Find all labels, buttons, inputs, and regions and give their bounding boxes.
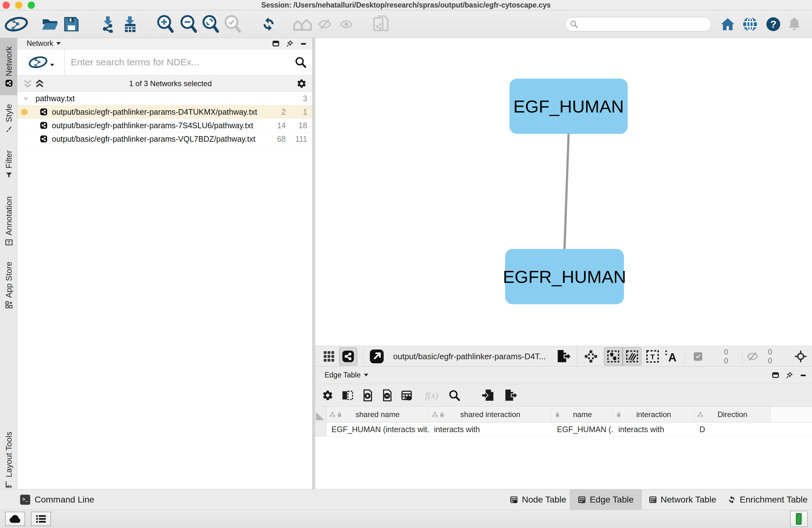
minimize-panel-icon[interactable] xyxy=(300,40,307,47)
select-all-rows-icon[interactable] xyxy=(401,390,412,401)
network-column-icon xyxy=(432,412,438,417)
column-header-shared-name[interactable]: shared name xyxy=(327,407,429,422)
table-search-icon[interactable] xyxy=(448,389,460,401)
ndex-search-input[interactable] xyxy=(64,49,289,75)
node-label: EGF_HUMAN xyxy=(513,96,624,117)
delete-column-icon[interactable] xyxy=(381,389,392,401)
home-button[interactable] xyxy=(720,16,736,33)
zoom-selected-button xyxy=(223,16,242,33)
move-mode-button[interactable] xyxy=(584,346,597,367)
column-header-shared-interaction[interactable]: shared interaction xyxy=(429,407,552,422)
pin-panel-icon[interactable] xyxy=(786,372,793,379)
float-panel-icon[interactable] xyxy=(272,40,279,47)
export-table-file-icon[interactable] xyxy=(504,389,518,402)
ndex-search-button[interactable] xyxy=(289,49,312,75)
notifications-bell-icon[interactable] xyxy=(787,16,802,33)
node-egf-human[interactable]: EGF_HUMAN xyxy=(509,79,628,134)
pin-panel-icon[interactable] xyxy=(286,40,293,47)
zoom-in-button[interactable] xyxy=(156,16,174,33)
lock-icon xyxy=(337,412,342,417)
apply-layout-refresh-button[interactable] xyxy=(261,16,276,33)
network-row-7s4slu6[interactable]: output/basic/egfr-pathlinker-params-7S4S… xyxy=(17,119,312,132)
zoom-window-button[interactable] xyxy=(28,2,35,9)
edge-egf-egfr[interactable] xyxy=(565,134,569,249)
expand-all-icon[interactable] xyxy=(35,79,44,89)
panel-resize-divider[interactable] xyxy=(312,38,315,489)
node-egfr-human[interactable]: EGFR_HUMAN xyxy=(505,249,624,304)
float-panel-icon[interactable] xyxy=(772,372,779,379)
collection-expand-caret[interactable] xyxy=(23,95,29,101)
help-button[interactable]: ? xyxy=(765,16,782,33)
cloud-icon xyxy=(9,514,21,524)
show-columns-icon[interactable] xyxy=(342,390,353,401)
web-globe-button[interactable] xyxy=(742,16,758,33)
task-history-button[interactable] xyxy=(31,512,51,526)
network-view-canvas[interactable]: EGF_HUMAN EGFR_HUMAN xyxy=(315,38,812,346)
tab-node-table[interactable]: Node Table xyxy=(506,489,570,510)
sidebar-tab-network[interactable]: Network xyxy=(0,38,17,95)
sidebar-tab-label: Network xyxy=(4,46,14,76)
network-panel-title: Network xyxy=(27,39,53,48)
select-edges-toggle[interactable] xyxy=(623,347,641,365)
cell-shared-interaction: interacts with xyxy=(429,422,552,437)
selection-indicator-checkbox[interactable] xyxy=(694,346,702,367)
column-header-name[interactable]: name xyxy=(552,407,613,422)
network-row-vql7bdz[interactable]: output/basic/egfr-pathlinker-params-VQL7… xyxy=(17,132,312,146)
network-collection-row[interactable]: pathway.txt 3 xyxy=(17,92,312,105)
panel-menu-caret[interactable] xyxy=(56,42,61,45)
grid-view-button[interactable] xyxy=(323,346,335,367)
network-view-mode-button[interactable] xyxy=(339,347,357,365)
edge-table-column-headers: shared name shared interaction name inte… xyxy=(315,407,812,422)
row-gutter[interactable] xyxy=(315,422,327,437)
minimize-panel-icon[interactable] xyxy=(799,372,807,379)
sidebar-tab-style[interactable]: Style xyxy=(0,100,17,137)
select-nodes-toggle[interactable] xyxy=(604,347,623,365)
collapse-all-icon[interactable] xyxy=(23,79,32,89)
network-options-gear-icon[interactable] xyxy=(296,79,307,89)
tab-edge-table[interactable]: Edge Table xyxy=(570,489,641,510)
export-image-button[interactable] xyxy=(556,346,571,367)
network-panel: Network xyxy=(17,38,312,489)
select-all-corner[interactable] xyxy=(315,407,327,422)
sidebar-tab-filter[interactable]: Filter xyxy=(0,147,17,182)
select-annotations-toggle[interactable]: T xyxy=(646,346,659,367)
table-options-gear-icon[interactable] xyxy=(322,390,333,401)
open-session-button[interactable] xyxy=(41,16,59,33)
command-line-toggle[interactable]: >_ Command Line xyxy=(20,489,95,510)
panel-menu-caret[interactable] xyxy=(364,374,368,377)
save-session-button[interactable] xyxy=(63,16,79,33)
sidebar-tab-layout-tools[interactable]: Layout Tools xyxy=(0,433,17,486)
network-column-icon xyxy=(330,412,335,417)
global-search-box[interactable] xyxy=(565,17,711,31)
memory-status-button[interactable] xyxy=(790,511,808,527)
import-table-file-icon[interactable] xyxy=(481,389,495,402)
zoom-out-button[interactable] xyxy=(179,16,198,33)
zoom-fit-button[interactable] xyxy=(201,16,219,33)
edge-table-row[interactable]: EGF_HUMAN (interacts wit... interacts wi… xyxy=(315,422,812,437)
sidebar-tab-label: Annotation xyxy=(4,196,14,236)
minimize-window-button[interactable] xyxy=(15,2,22,9)
global-search-input[interactable] xyxy=(581,20,707,29)
detach-view-button[interactable] xyxy=(369,346,384,367)
close-window-button[interactable] xyxy=(2,2,10,9)
fit-selection-crosshair-button[interactable] xyxy=(794,346,807,367)
import-table-button[interactable] xyxy=(121,16,139,33)
tab-enrichment-table[interactable]: Enrichment Table xyxy=(723,489,812,510)
current-network-dot xyxy=(21,109,28,115)
node-count: 68 xyxy=(264,135,286,144)
column-header-direction[interactable]: Direction xyxy=(694,407,771,422)
cloud-status-button[interactable] xyxy=(5,512,25,526)
sidebar-tab-annotation[interactable]: T Annotation xyxy=(0,192,17,251)
network-name: output/basic/egfr-pathlinker-params-7S4S… xyxy=(52,121,264,130)
ndex-source-selector[interactable] xyxy=(17,49,64,75)
tab-network-table[interactable]: Network Table xyxy=(641,489,723,510)
column-header-interaction[interactable]: interaction xyxy=(613,407,694,422)
network-row-d4tukmx[interactable]: output/basic/egfr-pathlinker-params-D4TU… xyxy=(17,105,312,119)
import-network-button[interactable] xyxy=(99,16,117,33)
network-icon xyxy=(40,135,47,143)
create-column-icon[interactable] xyxy=(362,389,373,401)
select-labels-toggle[interactable]: A xyxy=(664,346,678,367)
edge-table-icon xyxy=(578,496,586,504)
titlebar: Session: /Users/nehatalluri/Desktop/rese… xyxy=(0,0,812,10)
sidebar-tab-app-store[interactable]: App Store xyxy=(0,259,17,312)
